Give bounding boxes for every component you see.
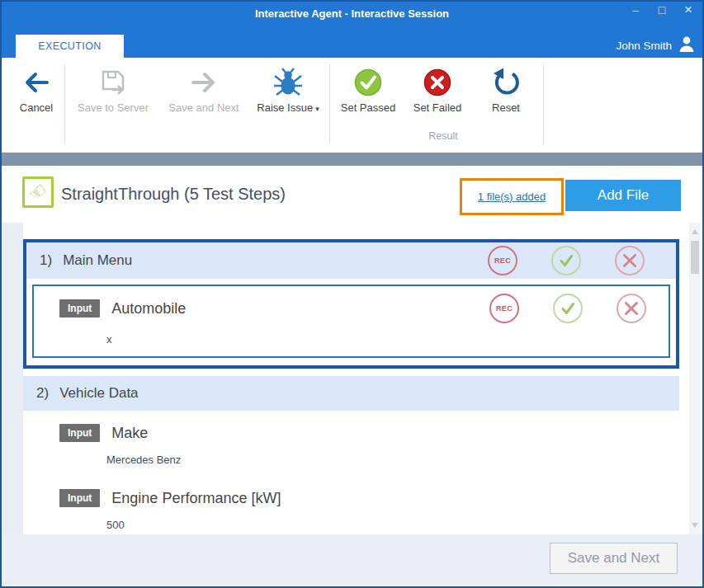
substep-label: Engine Performance [kW] (111, 490, 281, 507)
test-header-panel: ☜ StraightThrough (5 Test Steps) 1 file(… (2, 166, 702, 223)
footer-bar: Save and Next (2, 534, 702, 586)
step-failed-icon[interactable] (617, 294, 646, 323)
scrollbar-thumb[interactable] (691, 241, 699, 274)
test-step-1: 1) Main Menu REC Input (23, 239, 679, 369)
next-arrow-icon (187, 66, 220, 99)
user-icon (678, 35, 696, 56)
close-icon[interactable]: × (681, 3, 696, 16)
test-step-2: 2) Vehicle Data Input Make Mercedes Benz… (23, 376, 679, 531)
save-disk-icon (97, 66, 130, 99)
title-bar: Interactive Agent - Interactive Session … (0, 0, 704, 58)
record-icon[interactable]: REC (488, 246, 517, 275)
input-badge: Input (59, 424, 100, 442)
substep-value: 500 (23, 519, 679, 531)
substep-automobile[interactable]: Input Automobile REC x (32, 285, 670, 358)
files-link-highlight-box: 1 file(s) added (460, 178, 564, 215)
tab-execution[interactable]: EXECUTION (16, 35, 124, 58)
record-icon[interactable]: REC (489, 294, 519, 323)
set-passed-button[interactable]: Set Passed (332, 64, 404, 114)
reset-button[interactable]: Reset (470, 64, 541, 114)
scrollbar-down-icon[interactable] (692, 523, 698, 528)
window-title: Interactive Agent - Interactive Session (0, 0, 704, 26)
add-file-button[interactable]: Add File (565, 180, 681, 211)
list-gutter (2, 223, 23, 534)
passed-check-icon (352, 66, 385, 99)
substep-value: x (34, 333, 669, 346)
user-name: John Smith (616, 40, 672, 52)
user-account[interactable]: John Smith (616, 35, 696, 56)
ribbon-separator (64, 64, 65, 143)
undo-arrow-icon (489, 66, 522, 99)
substep-engine-performance[interactable]: Input Engine Performance [kW] 500 (23, 489, 679, 531)
step-passed-icon[interactable] (553, 294, 583, 323)
manual-test-hand-icon: ☜ (22, 176, 54, 208)
save-to-server-button[interactable]: Save to Server (67, 64, 159, 114)
step-failed-icon[interactable] (615, 246, 645, 275)
app-window: Interactive Agent - Interactive Session … (0, 0, 704, 588)
section-divider-bar (2, 153, 702, 166)
save-and-next-button[interactable]: Save and Next (159, 64, 248, 114)
maximize-icon[interactable]: □ (654, 3, 669, 16)
test-title: StraightThrough (5 Test Steps) (61, 166, 286, 223)
input-badge: Input (59, 489, 100, 507)
ribbon-toolbar: Cancel Save to Server Save and Next Ra (2, 58, 702, 153)
substep-label: Automobile (111, 300, 186, 318)
scrollbar-up-icon[interactable] (692, 229, 698, 234)
ribbon-separator (329, 64, 330, 143)
raise-issue-button[interactable]: Raise Issue▾ (248, 64, 328, 114)
cancel-button[interactable]: Cancel (10, 64, 63, 114)
test-steps-list: 1) Main Menu REC Input (2, 223, 702, 534)
ribbon-group-result-label: Result (333, 130, 553, 142)
failed-x-icon (421, 66, 454, 99)
bug-icon (272, 66, 305, 99)
set-failed-button[interactable]: Set Failed (404, 64, 470, 114)
window-controls: – □ × (628, 3, 696, 16)
test-step-1-header[interactable]: 1) Main Menu REC (26, 242, 676, 279)
substep-value: Mercedes Benz (23, 454, 679, 466)
scrollbar[interactable] (689, 223, 701, 534)
step-passed-icon[interactable] (551, 246, 581, 275)
save-and-next-footer-button[interactable]: Save and Next (550, 543, 678, 574)
dropdown-caret-icon: ▾ (315, 105, 319, 113)
minimize-icon[interactable]: – (628, 3, 643, 16)
test-step-2-header[interactable]: 2) Vehicle Data (23, 376, 679, 411)
substep-make[interactable]: Input Make Mercedes Benz (23, 424, 679, 466)
files-added-link[interactable]: 1 file(s) added (478, 191, 546, 203)
input-badge: Input (59, 299, 100, 318)
substep-label: Make (111, 425, 148, 442)
back-arrow-icon (20, 66, 53, 99)
